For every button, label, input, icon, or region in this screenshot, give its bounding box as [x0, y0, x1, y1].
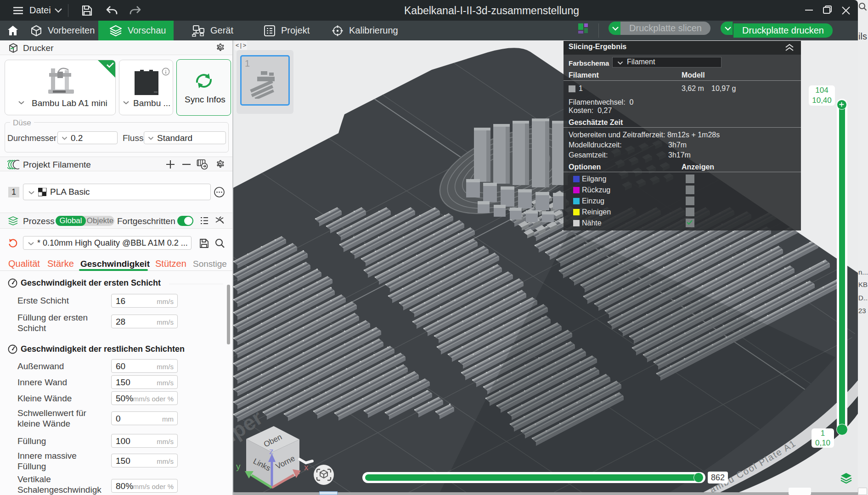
svg-text:z: z — [269, 446, 274, 456]
svg-text:y: y — [236, 461, 241, 471]
